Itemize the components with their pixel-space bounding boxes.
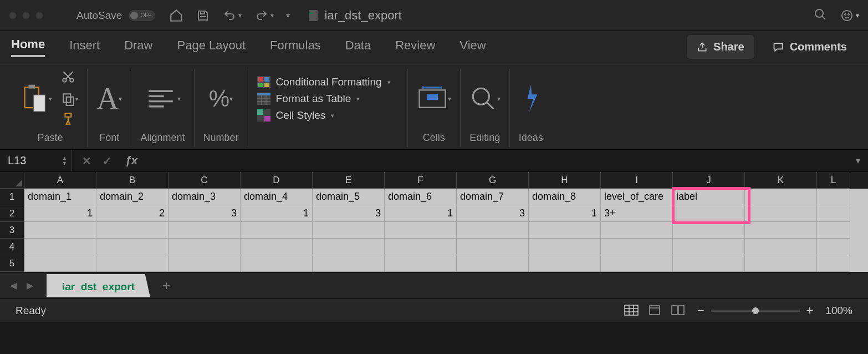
page-layout-view-icon[interactable] <box>647 305 663 317</box>
customize-qat-icon[interactable]: ▾ <box>286 11 290 20</box>
conditional-formatting-button[interactable]: Conditional Formatting ▾ <box>257 76 391 88</box>
cell[interactable] <box>169 222 241 239</box>
close-window-button[interactable] <box>9 12 17 19</box>
add-sheet-button[interactable]: + <box>162 278 170 294</box>
col-header[interactable]: I <box>601 172 673 189</box>
copy-icon[interactable]: ▾ <box>61 92 78 106</box>
cell[interactable]: domain_6 <box>385 189 457 205</box>
page-break-view-icon[interactable] <box>671 305 686 317</box>
cell[interactable] <box>385 255 457 272</box>
cell-styles-button[interactable]: Cell Styles ▾ <box>257 109 335 122</box>
sheet-tab[interactable]: iar_dst_export <box>47 274 150 297</box>
paste-icon[interactable]: ▾ <box>22 83 52 114</box>
cell[interactable]: domain_8 <box>529 189 601 205</box>
zoom-slider[interactable] <box>711 310 800 312</box>
cancel-formula-icon[interactable]: ✕ <box>82 154 91 168</box>
cell[interactable]: 2 <box>96 205 169 222</box>
cell[interactable] <box>24 255 96 272</box>
cell[interactable] <box>673 222 745 239</box>
search-icon[interactable] <box>814 8 827 23</box>
col-header[interactable]: E <box>313 172 385 189</box>
ideas-icon[interactable] <box>520 83 542 114</box>
cell[interactable] <box>817 189 850 205</box>
cell[interactable] <box>601 239 673 255</box>
cell[interactable] <box>745 205 817 222</box>
cut-icon[interactable] <box>61 69 78 86</box>
cell[interactable]: domain_1 <box>24 189 96 205</box>
cell[interactable]: domain_5 <box>313 189 385 205</box>
cell[interactable]: 1 <box>24 205 96 222</box>
cell[interactable]: domain_7 <box>457 189 529 205</box>
comments-button[interactable]: Comments <box>762 35 857 59</box>
zoom-thumb[interactable] <box>752 307 759 314</box>
maximize-window-button[interactable] <box>35 12 43 19</box>
prev-sheet-icon[interactable]: ◀ <box>10 280 17 291</box>
cell[interactable] <box>745 239 817 255</box>
format-painter-icon[interactable] <box>61 112 78 128</box>
cell[interactable] <box>241 255 313 272</box>
cell[interactable] <box>817 205 850 222</box>
tab-formulas[interactable]: Formulas <box>270 38 321 56</box>
cell[interactable] <box>96 222 169 239</box>
cell[interactable] <box>745 255 817 272</box>
cell[interactable] <box>457 255 529 272</box>
autosave-toggle[interactable]: OFF <box>129 10 155 21</box>
cell[interactable]: 3 <box>313 205 385 222</box>
tab-home[interactable]: Home <box>11 37 45 57</box>
cell[interactable] <box>817 239 850 255</box>
tab-draw[interactable]: Draw <box>124 38 152 56</box>
cell[interactable] <box>673 255 745 272</box>
col-header[interactable]: G <box>457 172 529 189</box>
formula-bar-expand-icon[interactable]: ▾ <box>856 155 868 166</box>
cell[interactable] <box>313 222 385 239</box>
tab-view[interactable]: View <box>459 38 486 56</box>
cell[interactable] <box>457 239 529 255</box>
zoom-level[interactable]: 100% <box>825 305 852 317</box>
cell[interactable]: level_of_care <box>601 189 673 205</box>
name-box-spinner[interactable]: ▲▼ <box>62 156 67 166</box>
name-box[interactable]: L13 ▲▼ <box>0 150 72 171</box>
tab-review[interactable]: Review <box>395 38 435 56</box>
cell[interactable] <box>673 239 745 255</box>
cell[interactable] <box>96 239 169 255</box>
cell[interactable] <box>385 222 457 239</box>
cell[interactable] <box>601 255 673 272</box>
cell[interactable]: 3 <box>457 205 529 222</box>
fx-icon[interactable]: ƒx <box>125 154 137 167</box>
cell[interactable] <box>313 239 385 255</box>
tab-insert[interactable]: Insert <box>69 38 100 56</box>
cell[interactable] <box>529 239 601 255</box>
cell[interactable] <box>745 222 817 239</box>
select-all-corner[interactable] <box>0 172 24 189</box>
next-sheet-icon[interactable]: ▶ <box>27 280 33 291</box>
col-header[interactable]: L <box>817 172 850 189</box>
col-header[interactable]: A <box>24 172 96 189</box>
row-header[interactable]: 5 <box>0 255 24 272</box>
save-icon[interactable] <box>196 9 210 22</box>
formula-input[interactable] <box>147 150 856 171</box>
tab-page-layout[interactable]: Page Layout <box>177 38 246 56</box>
zoom-out-button[interactable]: − <box>697 304 704 318</box>
alignment-icon[interactable]: ▾ <box>144 86 181 112</box>
cell[interactable]: 1 <box>385 205 457 222</box>
cell[interactable] <box>385 239 457 255</box>
col-header[interactable]: J <box>673 172 745 189</box>
row-header[interactable]: 1 <box>0 189 24 205</box>
col-header[interactable]: K <box>745 172 817 189</box>
font-icon[interactable]: A▾ <box>96 81 122 117</box>
cell[interactable] <box>673 205 745 222</box>
cell[interactable] <box>241 222 313 239</box>
cell[interactable] <box>745 189 817 205</box>
cell[interactable] <box>24 239 96 255</box>
cell[interactable] <box>169 239 241 255</box>
row-header[interactable]: 3 <box>0 222 24 239</box>
cell[interactable]: label <box>673 189 745 205</box>
spreadsheet-grid[interactable]: A B C D E F G H I J K L 1domain_1domain_… <box>0 172 868 272</box>
cell[interactable] <box>529 255 601 272</box>
cell[interactable] <box>817 222 850 239</box>
cell[interactable] <box>241 239 313 255</box>
cell[interactable] <box>24 222 96 239</box>
cell[interactable] <box>313 255 385 272</box>
col-header[interactable]: F <box>385 172 457 189</box>
tab-data[interactable]: Data <box>345 38 371 56</box>
